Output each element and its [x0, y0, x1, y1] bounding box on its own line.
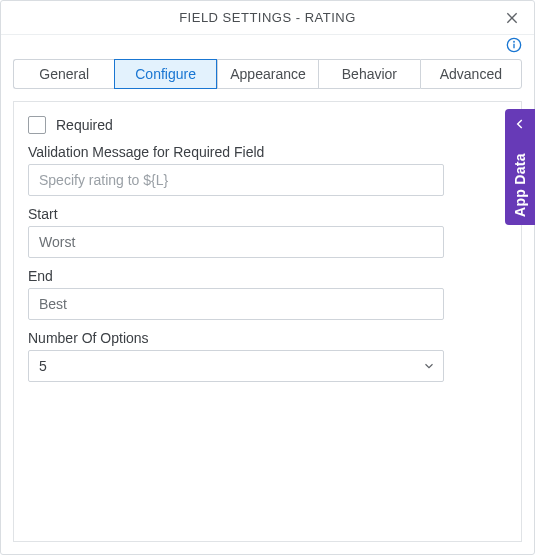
field-settings-dialog: FIELD SETTINGS - RATING General Configur… [0, 0, 535, 555]
tab-appearance[interactable]: Appearance [217, 59, 318, 89]
num-options-select-wrap: 5 [28, 350, 444, 382]
tab-advanced[interactable]: Advanced [420, 59, 522, 89]
close-button[interactable] [496, 1, 528, 35]
tab-behavior[interactable]: Behavior [318, 59, 419, 89]
validation-label: Validation Message for Required Field [28, 144, 507, 160]
tabs: General Configure Appearance Behavior Ad… [13, 59, 522, 89]
required-checkbox[interactable] [28, 116, 46, 134]
start-label: Start [28, 206, 507, 222]
end-label: End [28, 268, 507, 284]
titlebar: FIELD SETTINGS - RATING [1, 1, 534, 35]
info-row [1, 35, 534, 55]
num-options-select[interactable]: 5 [28, 350, 444, 382]
close-icon [504, 10, 520, 26]
app-data-label: App Data [512, 135, 528, 225]
start-input[interactable] [28, 226, 444, 258]
tab-general[interactable]: General [13, 59, 114, 89]
dialog-title: FIELD SETTINGS - RATING [179, 10, 356, 25]
required-label: Required [56, 117, 113, 133]
end-input[interactable] [28, 288, 444, 320]
required-row: Required [28, 116, 507, 134]
configure-panel: Required Validation Message for Required… [13, 101, 522, 542]
app-data-tab[interactable]: App Data [505, 109, 535, 225]
tab-configure[interactable]: Configure [114, 59, 216, 89]
chevron-left-icon [513, 117, 527, 131]
svg-point-4 [514, 41, 515, 42]
info-icon[interactable] [506, 37, 522, 53]
num-options-label: Number Of Options [28, 330, 507, 346]
validation-message-input[interactable] [28, 164, 444, 196]
